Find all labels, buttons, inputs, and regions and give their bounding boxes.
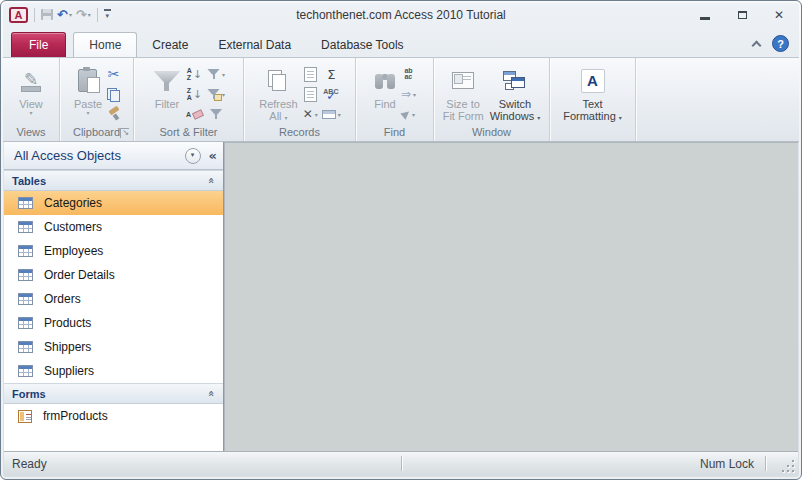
cut-button[interactable]: ✂: [105, 64, 122, 84]
group-label-views: Views: [3, 125, 59, 141]
text-formatting-button[interactable]: A Text Formatting ▾: [560, 61, 625, 125]
save-record-icon: [304, 87, 317, 102]
access-app-icon[interactable]: A: [9, 7, 28, 23]
nav-item-label: Products: [44, 316, 91, 330]
nav-item-customers[interactable]: Customers: [4, 215, 223, 239]
ribbon-group-clipboard: Paste ▾ ✂ Clipboard↘: [60, 58, 134, 141]
collapse-section-icon[interactable]: «: [205, 177, 218, 184]
group-label-records: Records: [244, 125, 355, 141]
goto-button[interactable]: ⇒▾: [399, 84, 418, 104]
help-button[interactable]: ?: [772, 35, 789, 52]
form-icon: [18, 410, 32, 423]
size-to-fit-form-icon: [452, 72, 474, 89]
refresh-all-label-line1: Refresh: [259, 98, 298, 110]
tab-external-data[interactable]: External Data: [203, 33, 306, 57]
save-button[interactable]: [41, 9, 53, 20]
undo-icon: ↶: [57, 7, 68, 22]
nav-item-order-details[interactable]: Order Details: [4, 263, 223, 287]
nav-item-frmproducts[interactable]: frmProducts: [4, 404, 223, 428]
replace-button[interactable]: abac: [399, 64, 418, 84]
navigation-pane: All Access Objects ▾ « Tables « Categori…: [4, 142, 224, 451]
advanced-filter-button[interactable]: ▾: [205, 84, 227, 104]
section-header-forms[interactable]: Forms «: [4, 383, 223, 404]
select-button[interactable]: ▾: [399, 104, 418, 124]
text-formatting-label-line1: Text: [582, 98, 602, 110]
find-button[interactable]: Find: [371, 61, 399, 125]
nav-item-categories[interactable]: Categories: [4, 191, 223, 215]
nav-item-orders[interactable]: Orders: [4, 287, 223, 311]
chevron-down-icon: ▾: [338, 111, 341, 118]
save-icon: [41, 9, 53, 20]
toggle-filter-button[interactable]: [205, 104, 227, 124]
paste-icon: [78, 69, 97, 92]
format-painter-button[interactable]: [105, 104, 122, 124]
tab-database-tools[interactable]: Database Tools: [306, 33, 419, 57]
undo-dropdown-icon[interactable]: ▾: [69, 11, 72, 18]
section-label: Tables: [12, 175, 208, 187]
totals-button[interactable]: Σ: [320, 64, 343, 84]
tab-create[interactable]: Create: [137, 33, 203, 57]
find-button-label: Find: [374, 98, 395, 110]
spelling-button[interactable]: ABC ✓: [320, 84, 343, 104]
view-button-label: View: [19, 98, 43, 110]
main-area: All Access Objects ▾ « Tables « Categori…: [4, 142, 798, 451]
nav-item-employees[interactable]: Employees: [4, 239, 223, 263]
navigation-pane-header[interactable]: All Access Objects ▾ «: [4, 142, 223, 170]
view-icon: ✎: [21, 69, 41, 92]
nav-item-shippers[interactable]: Shippers: [4, 335, 223, 359]
minimize-button[interactable]: [695, 8, 715, 22]
section-label: Forms: [12, 388, 208, 400]
toggle-filter-icon: [210, 109, 223, 120]
filter-selection-button[interactable]: ▾: [205, 64, 227, 84]
size-to-fit-form-button[interactable]: Size to Fit Form: [440, 61, 487, 125]
dialog-launcher-icon[interactable]: ↘: [120, 128, 129, 138]
close-button[interactable]: ✕: [769, 8, 789, 22]
switch-windows-button[interactable]: Switch Windows ▾: [487, 61, 544, 125]
ribbon-group-text-formatting: A Text Formatting ▾: [550, 58, 636, 141]
nav-item-suppliers[interactable]: Suppliers: [4, 359, 223, 383]
refresh-all-button[interactable]: Refresh All ▾: [256, 61, 301, 125]
sort-ascending-icon: AZ ↓: [187, 67, 202, 81]
save-record-button[interactable]: [301, 84, 320, 104]
undo-button[interactable]: ↶ ▾: [57, 7, 72, 22]
copy-button[interactable]: [105, 84, 122, 104]
resize-grip[interactable]: [781, 459, 794, 472]
nav-item-label: frmProducts: [43, 409, 108, 423]
remove-sort-button[interactable]: A: [184, 104, 205, 124]
tab-home[interactable]: Home: [73, 32, 137, 57]
size-to-fit-label-line2: Fit Form: [443, 110, 484, 122]
nav-item-label: Customers: [44, 220, 102, 234]
nav-item-products[interactable]: Products: [4, 311, 223, 335]
quick-access-toolbar: A ↶ ▾ ↷ ▾ ▾: [9, 5, 111, 24]
document-area: [224, 142, 798, 451]
redo-dropdown-icon[interactable]: ▾: [88, 11, 91, 18]
group-label-empty: [550, 125, 635, 141]
group-label-sort-filter: Sort & Filter: [134, 125, 243, 141]
text-formatting-label-line2: Formatting ▾: [563, 110, 622, 122]
new-record-button[interactable]: [301, 64, 320, 84]
sort-ascending-button[interactable]: AZ ↓: [184, 64, 205, 84]
maximize-icon: [738, 11, 747, 19]
section-header-tables[interactable]: Tables «: [4, 170, 223, 191]
ribbon-tab-row: File Home Create External Data Database …: [1, 28, 801, 57]
num-lock-indicator: Num Lock: [700, 452, 754, 475]
navigation-pane-empty: [4, 428, 223, 451]
paste-button[interactable]: Paste ▾: [71, 61, 105, 125]
sort-descending-button[interactable]: ZA ↓: [184, 84, 205, 104]
delete-record-button[interactable]: ✕▾: [301, 104, 320, 124]
redo-button[interactable]: ↷ ▾: [76, 7, 91, 22]
format-painter-icon: [108, 108, 120, 120]
navigation-menu-button[interactable]: ▾: [185, 148, 201, 164]
maximize-button[interactable]: [732, 8, 752, 22]
status-bar: Ready Num Lock: [4, 451, 798, 475]
view-button[interactable]: ✎ View ▾: [16, 61, 46, 125]
collapse-ribbon-icon[interactable]: [752, 41, 762, 51]
collapse-section-icon[interactable]: «: [205, 390, 218, 397]
sort-descending-icon: ZA ↓: [187, 87, 202, 101]
more-records-button[interactable]: ▾: [320, 104, 343, 124]
shutter-close-icon[interactable]: «: [209, 149, 217, 162]
nav-item-label: Order Details: [44, 268, 115, 282]
tab-file[interactable]: File: [11, 32, 66, 57]
filter-button[interactable]: Filter: [150, 61, 184, 125]
refresh-all-label-line2: All ▾: [269, 110, 287, 122]
